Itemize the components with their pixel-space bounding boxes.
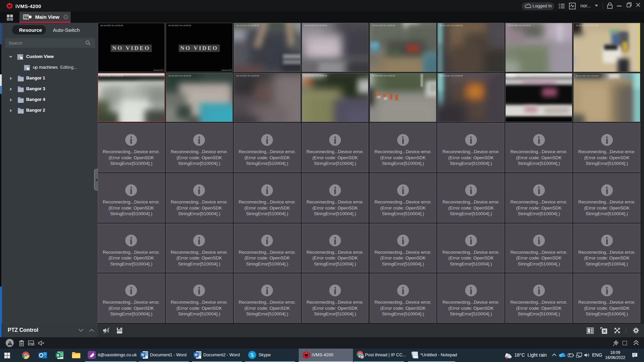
svg-text:N: N [361,355,363,358]
